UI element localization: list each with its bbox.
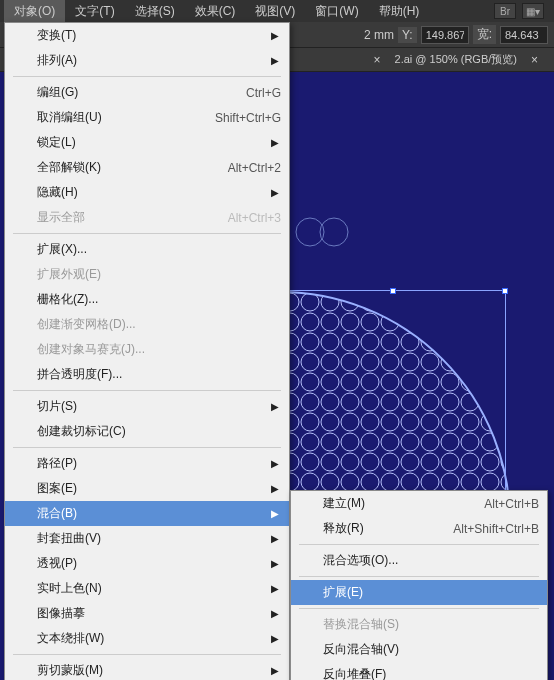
menu-item-label: 锁定(L) (37, 134, 76, 151)
menu-item-label: 拼合透明度(F)... (37, 366, 122, 383)
menu-effect[interactable]: 效果(C) (185, 0, 246, 23)
menu-item-label: 混合选项(O)... (323, 552, 398, 569)
menu-item-label: 创建裁切标记(C) (37, 423, 126, 440)
y-label: Y: (398, 27, 417, 43)
submenu-arrow-icon: ▶ (271, 30, 279, 41)
blend-submenu-item-0[interactable]: 建立(M)Alt+Ctrl+B (291, 491, 547, 516)
object-menu-item-3[interactable]: 编组(G)Ctrl+G (5, 80, 289, 105)
w-input[interactable] (500, 26, 548, 44)
menu-item-label: 混合(B) (37, 505, 77, 522)
x-suffix: 2 mm (364, 28, 394, 42)
bridge-icon[interactable]: Br (494, 3, 516, 19)
submenu-arrow-icon: ▶ (271, 137, 279, 148)
y-input[interactable] (421, 26, 469, 44)
object-menu-item-1[interactable]: 排列(A)▶ (5, 48, 289, 73)
menu-item-label: 栅格化(Z)... (37, 291, 98, 308)
submenu-arrow-icon: ▶ (271, 55, 279, 66)
submenu-arrow-icon: ▶ (271, 583, 279, 594)
menu-item-label: 反向堆叠(F) (323, 666, 386, 680)
object-menu-item-8: 显示全部Alt+Ctrl+3 (5, 205, 289, 230)
menu-item-label: 扩展(E) (323, 584, 363, 601)
menu-item-label: 创建渐变网格(D)... (37, 316, 136, 333)
selection-bounds (280, 290, 506, 518)
object-menu-item-10[interactable]: 扩展(X)... (5, 237, 289, 262)
menu-item-label: 透视(P) (37, 555, 77, 572)
submenu-arrow-icon: ▶ (271, 508, 279, 519)
blend-submenu-item-5[interactable]: 扩展(E) (291, 580, 547, 605)
object-menu-item-29[interactable]: 剪切蒙版(M)▶ (5, 658, 289, 680)
menu-item-label: 编组(G) (37, 84, 78, 101)
menu-item-label: 扩展(X)... (37, 241, 87, 258)
blend-submenu-item-1[interactable]: 释放(R)Alt+Shift+Ctrl+B (291, 516, 547, 541)
menu-item-label: 文本绕排(W) (37, 630, 104, 647)
menu-item-label: 切片(S) (37, 398, 77, 415)
object-menu-item-21[interactable]: 图案(E)▶ (5, 476, 289, 501)
object-menu-item-15[interactable]: 拼合透明度(F)... (5, 362, 289, 387)
menu-item-label: 实时上色(N) (37, 580, 102, 597)
submenu-arrow-icon: ▶ (271, 633, 279, 644)
object-menu-separator (13, 233, 281, 234)
menu-item-label: 图案(E) (37, 480, 77, 497)
blend-submenu-item-8[interactable]: 反向混合轴(V) (291, 637, 547, 662)
menu-item-label: 显示全部 (37, 209, 85, 226)
object-menu-item-25[interactable]: 实时上色(N)▶ (5, 576, 289, 601)
handle-tc[interactable] (390, 288, 396, 294)
blend-submenu: 建立(M)Alt+Ctrl+B释放(R)Alt+Shift+Ctrl+B混合选项… (290, 490, 548, 680)
object-menu-item-22[interactable]: 混合(B)▶ (5, 501, 289, 526)
menubar-right: Br ▦▾ (494, 3, 550, 19)
object-menu-item-4[interactable]: 取消编组(U)Shift+Ctrl+G (5, 105, 289, 130)
tab-close-left[interactable]: × (368, 53, 387, 67)
menu-item-shortcut: Alt+Ctrl+2 (228, 161, 281, 175)
menu-help[interactable]: 帮助(H) (369, 0, 430, 23)
submenu-arrow-icon: ▶ (271, 608, 279, 619)
menu-item-shortcut: Alt+Ctrl+B (484, 497, 539, 511)
object-menu-item-24[interactable]: 透视(P)▶ (5, 551, 289, 576)
layout-icon[interactable]: ▦▾ (522, 3, 544, 19)
menu-view[interactable]: 视图(V) (245, 0, 305, 23)
menu-item-label: 建立(M) (323, 495, 365, 512)
object-menu-item-23[interactable]: 封套扭曲(V)▶ (5, 526, 289, 551)
menubar: 对象(O) 文字(T) 选择(S) 效果(C) 视图(V) 窗口(W) 帮助(H… (0, 0, 554, 22)
submenu-arrow-icon: ▶ (271, 401, 279, 412)
submenu-arrow-icon: ▶ (271, 483, 279, 494)
submenu-arrow-icon: ▶ (271, 458, 279, 469)
menu-item-label: 隐藏(H) (37, 184, 78, 201)
object-menu-item-13: 创建渐变网格(D)... (5, 312, 289, 337)
object-menu-item-17[interactable]: 切片(S)▶ (5, 394, 289, 419)
blend-submenu-separator (299, 608, 539, 609)
object-menu-item-7[interactable]: 隐藏(H)▶ (5, 180, 289, 205)
object-menu-item-20[interactable]: 路径(P)▶ (5, 451, 289, 476)
blend-submenu-item-3[interactable]: 混合选项(O)... (291, 548, 547, 573)
menu-item-shortcut: Alt+Ctrl+3 (228, 211, 281, 225)
document-tab[interactable]: 2.ai @ 150% (RGB/预览) (387, 48, 525, 71)
object-menu-item-14: 创建对象马赛克(J)... (5, 337, 289, 362)
menu-item-label: 替换混合轴(S) (323, 616, 399, 633)
menu-item-label: 创建对象马赛克(J)... (37, 341, 145, 358)
menu-item-label: 全部解锁(K) (37, 159, 101, 176)
menu-item-label: 释放(R) (323, 520, 364, 537)
menu-item-label: 取消编组(U) (37, 109, 102, 126)
object-menu-item-12[interactable]: 栅格化(Z)... (5, 287, 289, 312)
menu-item-label: 变换(T) (37, 27, 76, 44)
menu-item-label: 扩展外观(E) (37, 266, 101, 283)
menu-item-label: 路径(P) (37, 455, 77, 472)
handle-tr[interactable] (502, 288, 508, 294)
object-menu-item-0[interactable]: 变换(T)▶ (5, 23, 289, 48)
object-menu-item-27[interactable]: 文本绕排(W)▶ (5, 626, 289, 651)
menu-select[interactable]: 选择(S) (125, 0, 185, 23)
w-label: 宽: (473, 25, 496, 44)
object-menu-item-5[interactable]: 锁定(L)▶ (5, 130, 289, 155)
object-menu-dropdown: 变换(T)▶排列(A)▶编组(G)Ctrl+G取消编组(U)Shift+Ctrl… (4, 22, 290, 680)
blend-submenu-item-9[interactable]: 反向堆叠(F) (291, 662, 547, 680)
tab-close-right[interactable]: × (525, 53, 544, 67)
menu-window[interactable]: 窗口(W) (305, 0, 368, 23)
menu-item-label: 封套扭曲(V) (37, 530, 101, 547)
menu-type[interactable]: 文字(T) (65, 0, 124, 23)
object-menu-item-6[interactable]: 全部解锁(K)Alt+Ctrl+2 (5, 155, 289, 180)
menu-item-shortcut: Alt+Shift+Ctrl+B (453, 522, 539, 536)
menu-item-label: 反向混合轴(V) (323, 641, 399, 658)
object-menu-item-18[interactable]: 创建裁切标记(C) (5, 419, 289, 444)
menu-object[interactable]: 对象(O) (4, 0, 65, 23)
object-menu-item-26[interactable]: 图像描摹▶ (5, 601, 289, 626)
menu-item-label: 排列(A) (37, 52, 77, 69)
